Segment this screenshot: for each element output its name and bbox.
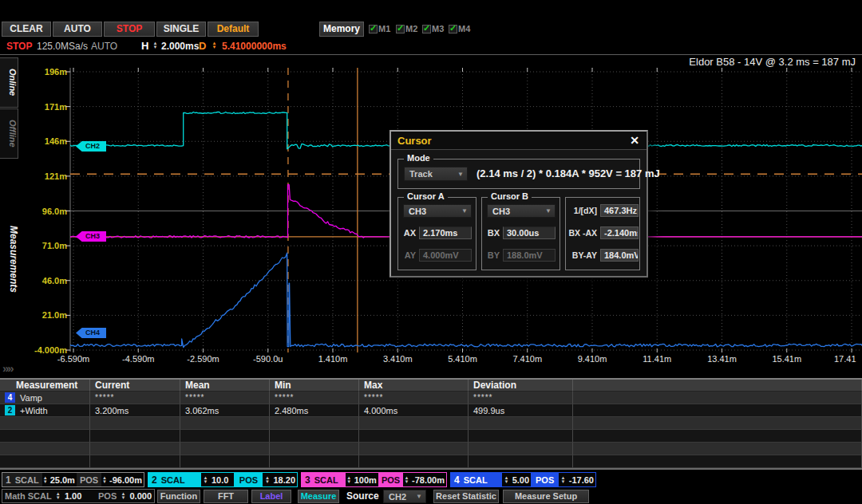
empty-cell bbox=[270, 430, 359, 443]
channel-3-scale-value[interactable]: 100m bbox=[353, 473, 378, 486]
channel-1-position-spinner[interactable]: ▲▼ bbox=[101, 473, 108, 486]
empty-cell bbox=[0, 455, 90, 468]
chevron-down-icon: ▼ bbox=[545, 207, 552, 215]
bx-field[interactable]: 30.00us bbox=[503, 226, 556, 239]
empty-cell bbox=[90, 417, 180, 430]
channel-number: 1 bbox=[6, 474, 11, 486]
y-axis-label: 46.0m bbox=[16, 276, 67, 285]
column-header-min: Min bbox=[270, 380, 359, 392]
function-button[interactable]: Function bbox=[157, 490, 200, 503]
math-scale-label: Math SCAL bbox=[5, 491, 52, 501]
empty-cell bbox=[573, 455, 862, 468]
measurement-row-vamp[interactable]: 4Vamp************************* bbox=[0, 392, 862, 404]
bx-ax-label: BX -AX bbox=[568, 228, 597, 238]
bx-label: BX bbox=[485, 228, 500, 238]
x-axis-label: 9.410m bbox=[578, 354, 607, 364]
memory-button[interactable]: Memory bbox=[319, 22, 364, 37]
channel-3-toggle[interactable]: 3SCAL bbox=[302, 473, 346, 486]
toolbar-button-default[interactable]: Default bbox=[208, 22, 259, 37]
toolbar-button-stop[interactable]: STOP bbox=[104, 22, 155, 37]
trigger-mode: AUTO bbox=[91, 41, 117, 52]
close-icon[interactable]: ✕ bbox=[630, 134, 646, 147]
memory-slot-m1[interactable]: M1 bbox=[369, 24, 390, 33]
channel-1-toggle[interactable]: 1SCAL bbox=[2, 473, 42, 486]
column-header-mean: Mean bbox=[180, 380, 270, 392]
channel-marker-ch4[interactable]: CH4 bbox=[76, 328, 106, 338]
channel-4-scale-value[interactable]: 5.00 bbox=[511, 473, 531, 486]
x-axis-label: -590.0u bbox=[253, 354, 283, 364]
math-position-value[interactable]: 0.000 bbox=[129, 491, 152, 501]
channel-number-badge: 4 bbox=[5, 392, 15, 403]
source-dropdown[interactable]: CH2▼ bbox=[383, 490, 426, 503]
channel-3-position-value[interactable]: -78.00m bbox=[410, 473, 446, 486]
checkbox-checked-icon[interactable] bbox=[449, 25, 457, 33]
channel-number: 3 bbox=[305, 474, 310, 486]
channel-4-toggle[interactable]: 4SCAL bbox=[451, 473, 502, 486]
channel-1-scale-spinner[interactable]: ▲▼ bbox=[42, 473, 49, 486]
cursor-b-source-dropdown[interactable]: CH3 ▼ bbox=[487, 204, 556, 218]
channel-3-pos-label: POS bbox=[378, 473, 403, 486]
scale-label: SCAL bbox=[314, 475, 338, 485]
channel-marker-ch3[interactable]: CH3 bbox=[76, 231, 106, 242]
empty-cell bbox=[180, 455, 270, 468]
memory-slot-m2[interactable]: M2 bbox=[396, 24, 417, 33]
cursor-mode-dropdown[interactable]: Track ▼ bbox=[404, 167, 468, 181]
empty-cell bbox=[469, 443, 573, 455]
channel-4-scale-spinner[interactable]: ▲▼ bbox=[502, 473, 511, 486]
channel-1-position-value[interactable]: -96.00m bbox=[108, 473, 144, 486]
channel-2-scale-value[interactable]: 10.0 bbox=[210, 473, 234, 486]
math-scale-value[interactable]: 1.00 bbox=[65, 491, 96, 501]
h-scale-spinner[interactable]: ▲▼ bbox=[151, 41, 160, 49]
measurement-value-cell: ***** bbox=[469, 392, 573, 404]
measure-button[interactable]: Measure bbox=[298, 490, 339, 503]
h-scale-value[interactable]: 2.000ms bbox=[161, 41, 199, 52]
math-scale-spinner[interactable]: ▲▼ bbox=[54, 492, 62, 500]
measurement-row-width[interactable]: 2+Width3.200ms3.062ms2.480ms4.000ms499.9… bbox=[0, 404, 862, 417]
toolbar-button-clear[interactable]: CLEAR bbox=[2, 22, 51, 37]
channel-2-position-value[interactable]: 18.20 bbox=[271, 473, 297, 486]
by-field: 188.0mV bbox=[503, 249, 556, 262]
channel-3-scale-spinner[interactable]: ▲▼ bbox=[346, 473, 353, 486]
channel-2-toggle[interactable]: 2SCAL bbox=[148, 473, 201, 486]
measure-setup-button[interactable]: Measure Setup bbox=[503, 490, 589, 503]
ax-field[interactable]: 2.170ms bbox=[419, 226, 472, 239]
cursor-dialog-titlebar[interactable]: Cursor ✕ bbox=[391, 132, 646, 150]
channel-4-position-value[interactable]: -17.60 bbox=[567, 473, 595, 486]
empty-cell bbox=[90, 430, 180, 443]
memory-slot-label: M3 bbox=[432, 24, 444, 33]
reset-statistic-button[interactable]: Reset Statistic bbox=[433, 490, 499, 503]
collapse-panel-chevron-icon[interactable]: »» bbox=[2, 361, 13, 375]
toolbar-button-auto[interactable]: AUTO bbox=[53, 22, 102, 37]
d-delay-spinner[interactable]: ▲▼ bbox=[210, 41, 219, 49]
source-value: CH2 bbox=[389, 492, 406, 502]
cursor-readout-groupbox: 1/[dX] 467.3Hz BX -AX -2.140ms BY-AY 184… bbox=[565, 197, 640, 270]
measurement-name: +Width bbox=[20, 406, 48, 415]
checkbox-checked-icon[interactable] bbox=[396, 25, 405, 33]
fft-button[interactable]: FFT bbox=[204, 490, 248, 503]
checkbox-checked-icon[interactable] bbox=[369, 25, 378, 33]
tab-online[interactable]: Online bbox=[0, 57, 18, 108]
memory-slot-m4[interactable]: M4 bbox=[449, 24, 470, 33]
empty-table-row bbox=[0, 417, 862, 430]
memory-slot-label: M1 bbox=[378, 24, 390, 33]
d-delay-value[interactable]: 5.41000000ms bbox=[222, 41, 287, 52]
tab-offline[interactable]: Offline bbox=[0, 108, 18, 159]
math-position-spinner[interactable]: ▲▼ bbox=[119, 492, 127, 500]
toolbar-button-single[interactable]: SINGLE bbox=[156, 22, 206, 37]
empty-cell bbox=[359, 443, 469, 455]
x-axis-label: 1.410m bbox=[318, 354, 348, 364]
channel-1-scale-value[interactable]: 25.0m bbox=[49, 473, 77, 486]
label-button[interactable]: Label bbox=[251, 490, 291, 503]
inverse-dx-label: 1/[dX] bbox=[568, 206, 597, 215]
empty-cell bbox=[270, 455, 359, 468]
channel-3-position-spinner[interactable]: ▲▼ bbox=[403, 473, 410, 486]
by-label: BY bbox=[485, 250, 500, 260]
cursor-a-source-dropdown[interactable]: CH3 ▼ bbox=[403, 204, 472, 218]
channel-marker-ch2[interactable]: CH2 bbox=[76, 141, 106, 152]
checkbox-checked-icon[interactable] bbox=[422, 25, 431, 33]
channel-2-position-spinner[interactable]: ▲▼ bbox=[263, 473, 271, 486]
measurement-name-cell: 2+Width bbox=[0, 404, 90, 417]
channel-4-position-spinner[interactable]: ▲▼ bbox=[559, 473, 567, 486]
memory-slot-m3[interactable]: M3 bbox=[422, 24, 444, 33]
channel-2-scale-spinner[interactable]: ▲▼ bbox=[201, 473, 210, 486]
